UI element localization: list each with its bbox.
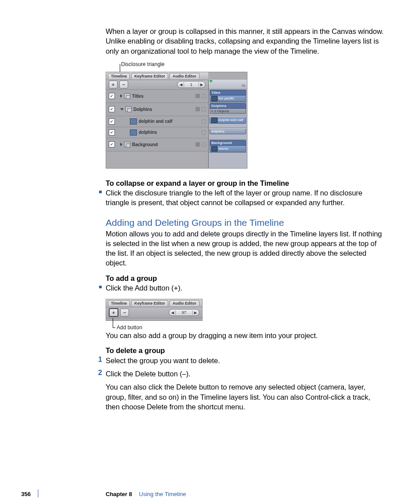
playhead-icon[interactable] bbox=[209, 80, 213, 83]
page-number: 356 bbox=[21, 491, 31, 497]
figure-add-button: Timeline Keyframe Editor Audio Editor + … bbox=[106, 299, 203, 321]
add-button[interactable]: + bbox=[109, 81, 118, 88]
delete-paragraph: You can also click the Delete button to … bbox=[106, 382, 385, 412]
bullet-icon bbox=[99, 286, 102, 288]
disclosure-triangle-icon[interactable] bbox=[120, 108, 124, 110]
tab-audio-editor[interactable]: Audio Editor bbox=[169, 73, 199, 79]
tab-keyframe-editor[interactable]: Keyframe Editor bbox=[131, 300, 168, 306]
footer-rule bbox=[38, 489, 38, 497]
track-header: Titles bbox=[210, 90, 246, 96]
frame-stepper[interactable]: ◀ 1 ▶ bbox=[177, 81, 206, 88]
track-clip[interactable]: dolphin and calf bbox=[210, 117, 246, 124]
delete-step-1: Select the group you want to delete. bbox=[106, 356, 385, 365]
lock-icon[interactable] bbox=[202, 94, 206, 98]
step-number: 2 bbox=[98, 369, 102, 377]
stepper-left-icon[interactable]: ◀ bbox=[178, 83, 184, 87]
frame-stepper[interactable]: ◀ 97 ▶ bbox=[169, 309, 199, 316]
add-button[interactable]: + bbox=[109, 308, 118, 317]
chapter-number: Chapter 8 bbox=[106, 491, 132, 497]
tab-bar: Timeline Keyframe Editor Audio Editor bbox=[106, 72, 208, 80]
visibility-checkbox[interactable]: ✔ bbox=[109, 118, 115, 125]
layer-row-background[interactable]: ✔ Background bbox=[106, 138, 208, 151]
row-icon bbox=[195, 94, 200, 98]
stepper-left-icon[interactable]: ◀ bbox=[170, 311, 175, 315]
figure-timeline-layers: Disclosure triangle Timeline Keyframe Ed… bbox=[106, 64, 247, 169]
visibility-checkbox[interactable]: ✔ bbox=[109, 129, 115, 136]
stepper-right-icon[interactable]: ▶ bbox=[193, 311, 198, 315]
track-summary[interactable]: ≡ 2 Objects bbox=[210, 109, 246, 114]
lock-icon[interactable] bbox=[202, 119, 206, 124]
frame-value: 1 bbox=[184, 82, 199, 87]
chapter-title: Using the Timeline bbox=[139, 491, 186, 497]
timeline-ruler[interactable]: 31 bbox=[209, 80, 247, 89]
callout-disclosure-triangle: Disclosure triangle bbox=[121, 61, 165, 67]
collapse-instruction: Click the disclosure triangle to the lef… bbox=[106, 188, 385, 208]
group-icon bbox=[124, 93, 130, 99]
visibility-checkbox[interactable]: ✔ bbox=[109, 93, 115, 99]
step-number: 1 bbox=[98, 356, 102, 364]
visibility-checkbox[interactable]: ✔ bbox=[109, 141, 115, 147]
delete-group-heading: To delete a group bbox=[106, 346, 385, 355]
layer-row-titles[interactable]: ✔ Titles bbox=[106, 90, 208, 103]
delete-button[interactable]: − bbox=[120, 309, 129, 316]
layer-row-dolphins-clip[interactable]: ✔ dolphins bbox=[106, 127, 208, 138]
track-clip[interactable]: dolphins bbox=[210, 129, 246, 134]
lock-icon[interactable] bbox=[202, 130, 206, 135]
disclosure-triangle-icon[interactable] bbox=[120, 94, 122, 98]
collapse-heading: To collapse or expand a layer or group i… bbox=[106, 178, 385, 188]
frame-value: 97 bbox=[175, 310, 193, 315]
disclosure-triangle-icon[interactable] bbox=[120, 143, 122, 146]
layer-thumbnail bbox=[130, 129, 137, 136]
add-paragraph-2: You can also add a group by dragging a n… bbox=[106, 331, 385, 340]
intro-paragraph: When a layer or group is collapsed in th… bbox=[106, 26, 385, 56]
lock-icon[interactable] bbox=[202, 142, 206, 147]
section-heading: Adding and Deleting Groups in the Timeli… bbox=[106, 217, 385, 228]
tab-timeline[interactable]: Timeline bbox=[108, 73, 130, 79]
tab-audio-editor[interactable]: Audio Editor bbox=[169, 300, 199, 306]
tab-bar: Timeline Keyframe Editor Audio Editor bbox=[106, 299, 202, 307]
tab-timeline[interactable]: Timeline bbox=[108, 300, 130, 306]
tab-keyframe-editor[interactable]: Keyframe Editor bbox=[131, 73, 168, 79]
delete-button[interactable]: − bbox=[119, 81, 128, 88]
row-icon bbox=[195, 142, 200, 147]
delete-step-2: Click the Delete button (–). bbox=[106, 369, 385, 379]
group-icon bbox=[124, 142, 130, 147]
layer-thumbnail bbox=[130, 118, 137, 125]
track-header: Dolphins bbox=[210, 103, 246, 109]
section-paragraph: Motion allows you to add and delete grou… bbox=[106, 229, 385, 268]
row-icon bbox=[195, 107, 200, 111]
track-clip[interactable]: the pacific bbox=[210, 96, 246, 102]
layer-row-dolphin-calf[interactable]: ✔ dolphin and calf bbox=[106, 116, 208, 127]
callout-add-button: Add button bbox=[117, 324, 142, 331]
timeline-track-area: 31 Titles the pacific Dolphins ≡ 2 Objec… bbox=[208, 80, 247, 168]
add-group-instruction: Click the Add button (+). bbox=[106, 283, 385, 293]
group-icon bbox=[125, 107, 132, 112]
visibility-checkbox[interactable]: ✔ bbox=[109, 106, 115, 112]
track-header: Background bbox=[210, 140, 246, 146]
add-group-heading: To add a group bbox=[106, 273, 385, 283]
lock-icon[interactable] bbox=[202, 107, 206, 111]
layer-row-dolphins[interactable]: ✔ Dolphins bbox=[106, 103, 208, 116]
bullet-icon bbox=[99, 191, 102, 193]
track-clip[interactable]: waves bbox=[210, 146, 246, 152]
stepper-right-icon[interactable]: ▶ bbox=[199, 83, 204, 87]
